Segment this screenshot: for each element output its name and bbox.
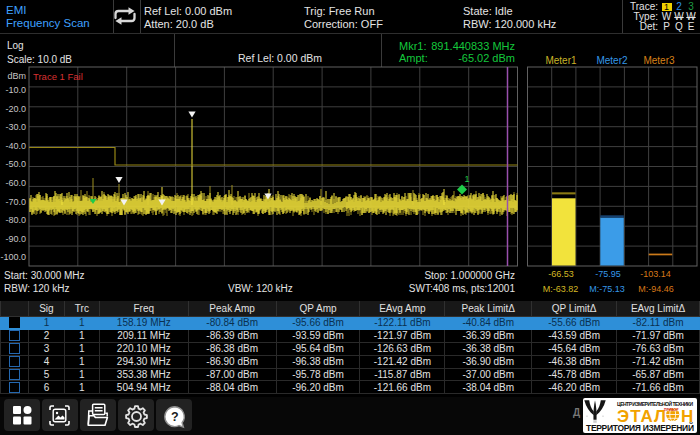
svg-text:ПРИБОР: ПРИБОР — [664, 407, 679, 411]
svg-text:ЦЕНТР ИЗМЕРИТЕЛЬНОЙ ТЕХНИКИ: ЦЕНТР ИЗМЕРИТЕЛЬНОЙ ТЕХНИКИ — [617, 399, 693, 406]
svg-text:1: 1 — [465, 174, 470, 184]
svg-text:ТЕРРИТОРИЯ ИЗМЕРЕНИЙ: ТЕРРИТОРИЯ ИЗМЕРЕНИЙ — [586, 422, 694, 433]
svg-text:?: ? — [171, 410, 179, 424]
